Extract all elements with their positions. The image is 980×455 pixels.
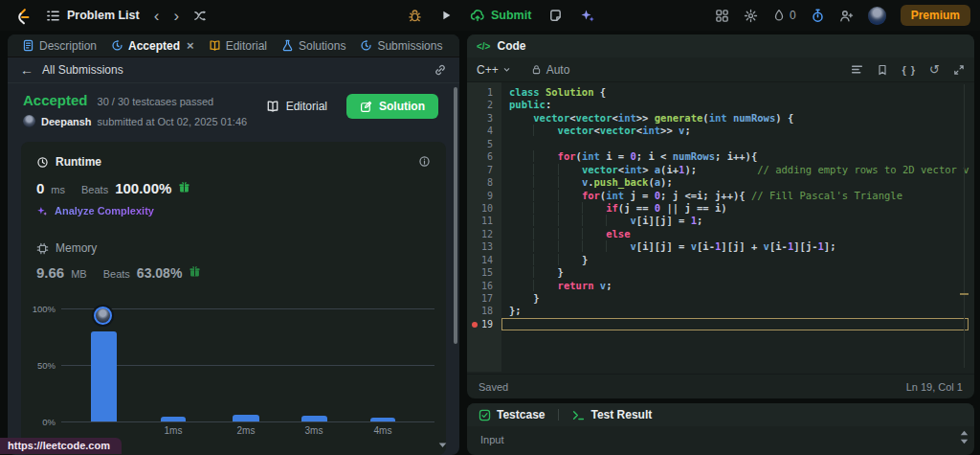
chart-user-avatar-marker bbox=[94, 307, 112, 325]
submit-label: Submit bbox=[491, 9, 531, 22]
memory-title[interactable]: Memory bbox=[56, 241, 97, 255]
testcases-passed: 30 / 30 testcases passed bbox=[98, 96, 214, 107]
chart-bar[interactable] bbox=[233, 415, 259, 421]
debugger-icon[interactable] bbox=[408, 9, 422, 23]
chart-ytick-label: 100% bbox=[21, 304, 56, 314]
problem-list-button[interactable]: Problem List bbox=[46, 9, 140, 23]
tab-test-result[interactable]: Test Result bbox=[572, 408, 652, 421]
tab-testcase[interactable]: Testcase bbox=[479, 408, 545, 421]
line-number[interactable]: 8 bbox=[467, 176, 501, 189]
solution-button[interactable]: Solution bbox=[346, 94, 438, 119]
reset-code-icon[interactable]: ↺ bbox=[929, 62, 940, 77]
tab-accepted-label: Accepted bbox=[128, 39, 180, 53]
tab-description[interactable]: Description bbox=[19, 39, 100, 53]
copy-link-icon[interactable] bbox=[434, 63, 447, 77]
prev-problem-button[interactable]: ‹ bbox=[154, 8, 160, 24]
tab-editorial[interactable]: Editorial bbox=[206, 39, 270, 53]
timer-icon[interactable] bbox=[811, 9, 825, 23]
format-code-icon[interactable] bbox=[851, 63, 863, 76]
accepted-clock-icon bbox=[111, 39, 123, 52]
chart-bar[interactable] bbox=[91, 331, 117, 421]
language-selector[interactable]: C++ bbox=[477, 63, 511, 77]
run-button[interactable] bbox=[439, 9, 453, 22]
chart-xtick-label: 4ms bbox=[364, 425, 402, 436]
editorial-book-icon bbox=[209, 39, 221, 52]
analyze-complexity-link[interactable]: Analyze Complexity bbox=[36, 205, 154, 216]
next-problem-button[interactable]: › bbox=[173, 8, 179, 24]
beats-gift-icon bbox=[189, 265, 201, 278]
code-editor[interactable]: 12345678910111213141516171819 class Solu… bbox=[467, 82, 974, 372]
fullscreen-icon[interactable] bbox=[953, 64, 965, 76]
line-number[interactable]: 19 bbox=[467, 318, 501, 330]
chart-bar[interactable] bbox=[161, 417, 186, 421]
chart-bar[interactable] bbox=[370, 418, 395, 421]
line-number[interactable]: 2 bbox=[467, 99, 501, 111]
tab-submissions[interactable]: Submissions bbox=[357, 39, 445, 53]
ai-sparkles-icon[interactable] bbox=[580, 8, 595, 23]
back-arrow-icon[interactable]: ← bbox=[20, 62, 33, 78]
settings-gear-icon[interactable] bbox=[744, 9, 758, 23]
submitted-at: submitted at Oct 02, 2025 01:46 bbox=[98, 116, 248, 127]
tab-accepted[interactable]: Accepted × bbox=[108, 38, 197, 53]
code-line: v[i][j] = v[i-1][j] + v[i-1][j-1]; bbox=[501, 240, 969, 253]
line-number[interactable]: 3 bbox=[467, 112, 501, 125]
code-line: vector<int> a(i+1); // adding empty rows… bbox=[501, 164, 969, 176]
chart-gridline bbox=[61, 365, 434, 366]
code-line: else bbox=[501, 228, 969, 240]
code-line: }; bbox=[501, 305, 969, 317]
layout-grid-icon[interactable] bbox=[715, 9, 729, 23]
streak-counter[interactable]: 0 bbox=[772, 9, 796, 22]
shuffle-icon[interactable] bbox=[193, 9, 208, 23]
invite-user-icon[interactable] bbox=[839, 9, 854, 23]
runtime-memory-card: Runtime 0 ms Beats 100.00% bbox=[21, 142, 446, 455]
code-line bbox=[501, 138, 969, 150]
line-number[interactable]: 4 bbox=[467, 125, 501, 137]
all-submissions-label[interactable]: All Submissions bbox=[42, 63, 123, 77]
submit-button[interactable]: Submit bbox=[470, 8, 531, 23]
editor-scrollbar-track[interactable] bbox=[964, 84, 965, 368]
line-number[interactable]: 9 bbox=[467, 190, 501, 202]
code-line: return v; bbox=[501, 280, 969, 292]
notes-icon[interactable] bbox=[548, 9, 563, 23]
memory-beats-label: Beats bbox=[103, 268, 130, 280]
line-number[interactable]: 15 bbox=[467, 266, 501, 279]
line-number[interactable]: 11 bbox=[467, 215, 501, 227]
testcase-scroll-arrows[interactable] bbox=[960, 430, 969, 444]
chart-bar[interactable] bbox=[301, 416, 327, 421]
editorial-button[interactable]: Editorial bbox=[258, 94, 335, 119]
language-label: C++ bbox=[477, 63, 499, 77]
chart-ytick-label: 50% bbox=[21, 360, 56, 371]
code-line: vector<vector<int>> generate(int numRows… bbox=[501, 112, 969, 125]
tab-solutions[interactable]: Solutions bbox=[278, 39, 348, 53]
auto-toggle[interactable]: Auto bbox=[531, 63, 570, 77]
code-line: } bbox=[501, 292, 969, 305]
runtime-beats-value: 100.00% bbox=[115, 180, 171, 196]
line-number[interactable]: 10 bbox=[467, 202, 501, 215]
line-number[interactable]: 14 bbox=[467, 254, 501, 266]
submission-panel: Description Accepted × Editorial bbox=[8, 34, 459, 455]
scroll-down-arrow-icon[interactable] bbox=[437, 441, 448, 449]
cursor-position: Ln 19, Col 1 bbox=[906, 381, 963, 393]
line-number[interactable]: 13 bbox=[467, 240, 501, 253]
tab-close-icon[interactable]: × bbox=[187, 38, 194, 53]
premium-button[interactable]: Premium bbox=[901, 5, 970, 26]
line-number[interactable]: 1 bbox=[467, 86, 501, 99]
code-line: class Solution { bbox=[501, 86, 969, 99]
line-number[interactable]: 5 bbox=[467, 138, 501, 150]
line-number[interactable]: 6 bbox=[467, 150, 501, 163]
line-number[interactable]: 12 bbox=[467, 228, 501, 240]
leetcode-logo-icon[interactable] bbox=[13, 7, 32, 25]
left-panel-scrollbar[interactable] bbox=[454, 87, 457, 344]
line-number[interactable]: 18 bbox=[467, 305, 501, 317]
line-number[interactable]: 7 bbox=[467, 164, 501, 176]
runtime-beats-label: Beats bbox=[81, 184, 108, 195]
brackets-icon[interactable]: { } bbox=[902, 64, 916, 76]
runtime-chart: 0%50%100%1ms2ms3ms4ms bbox=[21, 285, 446, 454]
info-icon[interactable] bbox=[418, 155, 431, 168]
code-line bbox=[501, 318, 969, 330]
line-number[interactable]: 16 bbox=[467, 280, 501, 292]
user-avatar[interactable] bbox=[868, 7, 886, 25]
code-line: vector<vector<int>> v; bbox=[501, 125, 969, 137]
line-number[interactable]: 17 bbox=[467, 292, 501, 305]
bookmark-icon[interactable] bbox=[877, 64, 888, 76]
